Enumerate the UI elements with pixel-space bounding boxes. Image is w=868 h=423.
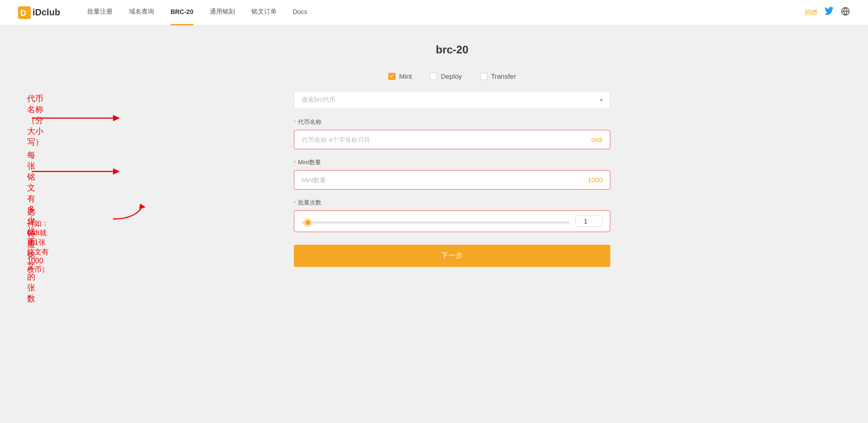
header-right: 捐赠 bbox=[805, 7, 850, 18]
page-title: brc-20 bbox=[294, 43, 610, 56]
batch-label: * 批量次数 bbox=[294, 199, 610, 207]
svg-marker-5 bbox=[113, 115, 120, 121]
donate-button[interactable]: 捐赠 bbox=[805, 9, 817, 17]
svg-marker-8 bbox=[139, 204, 146, 209]
mint-amount-input[interactable] bbox=[302, 176, 588, 184]
svg-text:D: D bbox=[20, 9, 26, 18]
nav-batch-register[interactable]: 批量注册 bbox=[87, 8, 113, 18]
arrow2 bbox=[27, 165, 127, 180]
mint-amount-label: * Mint数量 bbox=[294, 158, 610, 166]
header: D iDclub 批量注册 域名查询 BRC-20 通用铭刻 铭文订单 Docs… bbox=[0, 0, 868, 25]
mint-amount-input-wrapper: 1000 bbox=[294, 170, 610, 190]
token-name-input-wrapper: ordi bbox=[294, 130, 610, 149]
nav-docs[interactable]: Docs bbox=[293, 8, 307, 17]
checkbox-mint[interactable] bbox=[388, 73, 396, 80]
slider-wrapper bbox=[302, 217, 570, 225]
tab-deploy-label: Deploy bbox=[441, 72, 462, 80]
annotation-batch-count: 选择铸造铭文的张数 bbox=[27, 206, 35, 304]
arrow3 bbox=[108, 202, 149, 222]
arrow1 bbox=[27, 111, 127, 126]
submit-button[interactable]: 下一步 bbox=[294, 245, 610, 267]
tab-mint[interactable]: Mint bbox=[388, 72, 412, 80]
token-name-label: * 代币名称 bbox=[294, 118, 610, 126]
token-name-field: * 代币名称 ordi bbox=[294, 118, 610, 149]
svg-marker-7 bbox=[113, 168, 120, 175]
tab-mint-label: Mint bbox=[399, 72, 412, 80]
nav-inscription-orders[interactable]: 铭文订单 bbox=[251, 8, 277, 18]
globe-icon[interactable] bbox=[841, 7, 850, 18]
batch-number-input[interactable]: 1 bbox=[576, 215, 603, 227]
token-search-select[interactable]: 搜索brc代币 ▾ bbox=[294, 91, 610, 109]
annotation-batch-sub: （如：ordi就是1张铭文有1000枚币） bbox=[27, 219, 49, 275]
main-content: 代币名称（分大小写） 每张铭文有多少代币 选择铸造铭文的张数 （如：ordi就是… bbox=[0, 25, 868, 285]
nav-domain-query[interactable]: 域名查询 bbox=[129, 8, 154, 18]
logo[interactable]: D iDclub bbox=[18, 6, 60, 19]
checkbox-deploy[interactable] bbox=[430, 73, 437, 80]
form-section: brc-20 Mint Deploy Transfer 搜索brc代币 ▾ bbox=[294, 43, 610, 267]
batch-slider[interactable] bbox=[302, 222, 570, 223]
dropdown-arrow-icon: ▾ bbox=[600, 97, 603, 103]
nav: 批量注册 域名查询 BRC-20 通用铭刻 铭文订单 Docs bbox=[87, 8, 805, 18]
mint-amount-value: 1000 bbox=[588, 176, 603, 184]
nav-general-inscribe[interactable]: 通用铭刻 bbox=[210, 8, 235, 18]
annotation-token-name: 代币名称（分大小写） bbox=[27, 93, 43, 147]
tab-deploy[interactable]: Deploy bbox=[430, 72, 462, 80]
logo-text: iDclub bbox=[33, 7, 60, 18]
nav-brc20[interactable]: BRC-20 bbox=[170, 8, 193, 17]
tab-transfer[interactable]: Transfer bbox=[480, 72, 516, 80]
batch-slider-container: 1 bbox=[294, 210, 610, 232]
batch-count-field: * 批量次数 1 bbox=[294, 199, 610, 232]
annotation-mint-amount: 每张铭文有多少代币 bbox=[27, 150, 35, 247]
token-name-value: ordi bbox=[591, 136, 603, 143]
search-placeholder: 搜索brc代币 bbox=[302, 96, 335, 104]
twitter-icon[interactable] bbox=[825, 7, 834, 18]
tab-row: Mint Deploy Transfer bbox=[294, 72, 610, 80]
checkbox-transfer[interactable] bbox=[480, 73, 487, 80]
tab-transfer-label: Transfer bbox=[491, 72, 516, 80]
token-name-input[interactable] bbox=[302, 136, 591, 143]
logo-icon: D bbox=[18, 6, 31, 19]
mint-amount-field: * Mint数量 1000 bbox=[294, 158, 610, 190]
